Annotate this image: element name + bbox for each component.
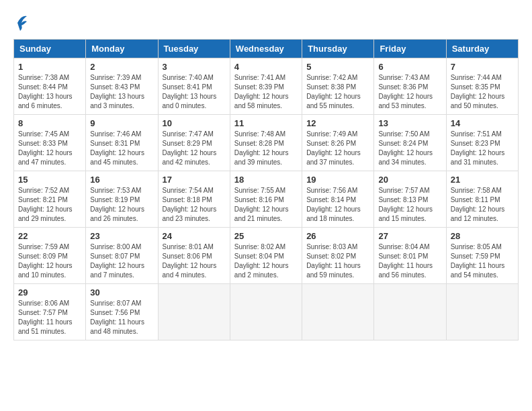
day-info: Sunrise: 7:38 AM Sunset: 8:44 PM Dayligh… — [18, 73, 81, 111]
logo — [13, 13, 28, 32]
day-number: 26 — [306, 231, 369, 241]
calendar-day-cell: 17Sunrise: 7:54 AM Sunset: 8:18 PM Dayli… — [158, 171, 230, 228]
day-info: Sunrise: 7:47 AM Sunset: 8:29 PM Dayligh… — [163, 130, 226, 167]
day-info: Sunrise: 8:02 AM Sunset: 8:04 PM Dayligh… — [234, 242, 298, 280]
calendar-day-cell: 9Sunrise: 7:46 AM Sunset: 8:31 PM Daylig… — [86, 115, 158, 171]
calendar-day-cell — [374, 284, 446, 340]
calendar-day-cell: 19Sunrise: 7:56 AM Sunset: 8:14 PM Dayli… — [302, 171, 374, 228]
logo-bird-icon — [15, 13, 28, 32]
calendar-week-row: 29Sunrise: 8:06 AM Sunset: 7:57 PM Dayli… — [14, 284, 519, 340]
calendar-day-cell: 11Sunrise: 7:48 AM Sunset: 8:28 PM Dayli… — [230, 115, 302, 171]
day-number: 9 — [90, 118, 153, 128]
day-number: 4 — [234, 62, 298, 72]
page-header — [13, 13, 519, 32]
day-number: 5 — [306, 62, 369, 72]
day-number: 7 — [451, 62, 514, 72]
day-number: 12 — [306, 118, 369, 128]
calendar-day-cell: 28Sunrise: 8:05 AM Sunset: 7:59 PM Dayli… — [446, 228, 518, 284]
day-info: Sunrise: 7:58 AM Sunset: 8:11 PM Dayligh… — [451, 186, 514, 224]
day-info: Sunrise: 7:42 AM Sunset: 8:38 PM Dayligh… — [306, 73, 369, 111]
calendar-day-cell: 22Sunrise: 7:59 AM Sunset: 8:09 PM Dayli… — [14, 228, 86, 284]
calendar-day-cell: 23Sunrise: 8:00 AM Sunset: 8:07 PM Dayli… — [86, 228, 158, 284]
day-info: Sunrise: 7:45 AM Sunset: 8:33 PM Dayligh… — [18, 130, 81, 167]
calendar-day-cell: 21Sunrise: 7:58 AM Sunset: 8:11 PM Dayli… — [446, 171, 518, 228]
day-info: Sunrise: 7:59 AM Sunset: 8:09 PM Dayligh… — [18, 242, 81, 280]
day-number: 1 — [18, 62, 81, 72]
calendar-day-cell: 5Sunrise: 7:42 AM Sunset: 8:38 PM Daylig… — [302, 58, 374, 115]
day-number: 25 — [234, 231, 298, 241]
day-number: 21 — [451, 175, 514, 185]
calendar-day-cell: 8Sunrise: 7:45 AM Sunset: 8:33 PM Daylig… — [14, 115, 86, 171]
day-number: 16 — [90, 175, 153, 185]
day-number: 22 — [18, 231, 81, 241]
calendar-day-cell: 13Sunrise: 7:50 AM Sunset: 8:24 PM Dayli… — [374, 115, 446, 171]
calendar-week-row: 8Sunrise: 7:45 AM Sunset: 8:33 PM Daylig… — [14, 115, 519, 171]
day-info: Sunrise: 8:00 AM Sunset: 8:07 PM Dayligh… — [90, 242, 153, 280]
day-number: 27 — [378, 231, 441, 241]
day-info: Sunrise: 7:56 AM Sunset: 8:14 PM Dayligh… — [306, 186, 369, 224]
day-info: Sunrise: 8:05 AM Sunset: 7:59 PM Dayligh… — [451, 242, 514, 280]
day-number: 28 — [451, 231, 514, 241]
day-info: Sunrise: 8:04 AM Sunset: 8:01 PM Dayligh… — [378, 242, 441, 280]
day-info: Sunrise: 8:03 AM Sunset: 8:02 PM Dayligh… — [306, 242, 369, 280]
day-info: Sunrise: 8:07 AM Sunset: 7:56 PM Dayligh… — [90, 299, 153, 336]
day-info: Sunrise: 7:53 AM Sunset: 8:19 PM Dayligh… — [90, 186, 153, 224]
calendar-day-cell — [302, 284, 374, 340]
calendar-day-header: Wednesday — [230, 40, 302, 58]
calendar-day-cell: 14Sunrise: 7:51 AM Sunset: 8:23 PM Dayli… — [446, 115, 518, 171]
day-number: 20 — [378, 175, 441, 185]
calendar-day-cell: 12Sunrise: 7:49 AM Sunset: 8:26 PM Dayli… — [302, 115, 374, 171]
calendar-day-cell: 18Sunrise: 7:55 AM Sunset: 8:16 PM Dayli… — [230, 171, 302, 228]
day-number: 29 — [18, 287, 81, 298]
calendar-day-cell — [230, 284, 302, 340]
calendar-day-cell: 25Sunrise: 8:02 AM Sunset: 8:04 PM Dayli… — [230, 228, 302, 284]
day-number: 11 — [234, 118, 298, 128]
calendar-day-cell: 27Sunrise: 8:04 AM Sunset: 8:01 PM Dayli… — [374, 228, 446, 284]
calendar-header-row: SundayMondayTuesdayWednesdayThursdayFrid… — [14, 40, 519, 58]
calendar-day-header: Monday — [86, 40, 158, 58]
day-info: Sunrise: 7:51 AM Sunset: 8:23 PM Dayligh… — [451, 130, 514, 167]
day-number: 6 — [378, 62, 441, 72]
calendar-day-cell: 10Sunrise: 7:47 AM Sunset: 8:29 PM Dayli… — [158, 115, 230, 171]
day-info: Sunrise: 7:44 AM Sunset: 8:35 PM Dayligh… — [451, 73, 514, 111]
calendar-day-cell: 4Sunrise: 7:41 AM Sunset: 8:39 PM Daylig… — [230, 58, 302, 115]
day-number: 14 — [451, 118, 514, 128]
calendar-day-cell: 29Sunrise: 8:06 AM Sunset: 7:57 PM Dayli… — [14, 284, 86, 340]
day-info: Sunrise: 7:43 AM Sunset: 8:36 PM Dayligh… — [378, 73, 441, 111]
calendar-table: SundayMondayTuesdayWednesdayThursdayFrid… — [13, 39, 519, 340]
day-number: 10 — [163, 118, 226, 128]
day-info: Sunrise: 7:54 AM Sunset: 8:18 PM Dayligh… — [163, 186, 226, 224]
day-info: Sunrise: 7:39 AM Sunset: 8:43 PM Dayligh… — [90, 73, 153, 111]
calendar-day-cell: 15Sunrise: 7:52 AM Sunset: 8:21 PM Dayli… — [14, 171, 86, 228]
day-number: 30 — [90, 287, 153, 298]
calendar-day-cell: 30Sunrise: 8:07 AM Sunset: 7:56 PM Dayli… — [86, 284, 158, 340]
calendar-week-row: 1Sunrise: 7:38 AM Sunset: 8:44 PM Daylig… — [14, 58, 519, 115]
calendar-day-header: Thursday — [302, 40, 374, 58]
calendar-week-row: 22Sunrise: 7:59 AM Sunset: 8:09 PM Dayli… — [14, 228, 519, 284]
day-number: 8 — [18, 118, 81, 128]
day-number: 18 — [234, 175, 298, 185]
calendar-day-cell: 6Sunrise: 7:43 AM Sunset: 8:36 PM Daylig… — [374, 58, 446, 115]
calendar-day-cell — [446, 284, 518, 340]
day-info: Sunrise: 7:52 AM Sunset: 8:21 PM Dayligh… — [18, 186, 81, 224]
day-number: 23 — [90, 231, 153, 241]
calendar-day-cell: 26Sunrise: 8:03 AM Sunset: 8:02 PM Dayli… — [302, 228, 374, 284]
calendar-day-cell: 20Sunrise: 7:57 AM Sunset: 8:13 PM Dayli… — [374, 171, 446, 228]
calendar-day-header: Tuesday — [158, 40, 230, 58]
calendar-day-cell: 3Sunrise: 7:40 AM Sunset: 8:41 PM Daylig… — [158, 58, 230, 115]
calendar-day-cell: 7Sunrise: 7:44 AM Sunset: 8:35 PM Daylig… — [446, 58, 518, 115]
calendar-day-cell: 24Sunrise: 8:01 AM Sunset: 8:06 PM Dayli… — [158, 228, 230, 284]
calendar-day-header: Saturday — [446, 40, 518, 58]
day-info: Sunrise: 7:40 AM Sunset: 8:41 PM Dayligh… — [163, 73, 226, 111]
day-number: 3 — [163, 62, 226, 72]
day-info: Sunrise: 7:50 AM Sunset: 8:24 PM Dayligh… — [378, 130, 441, 167]
day-info: Sunrise: 7:41 AM Sunset: 8:39 PM Dayligh… — [234, 73, 298, 111]
day-info: Sunrise: 8:06 AM Sunset: 7:57 PM Dayligh… — [18, 299, 81, 336]
day-info: Sunrise: 7:49 AM Sunset: 8:26 PM Dayligh… — [306, 130, 369, 167]
calendar-day-cell: 1Sunrise: 7:38 AM Sunset: 8:44 PM Daylig… — [14, 58, 86, 115]
day-info: Sunrise: 7:46 AM Sunset: 8:31 PM Dayligh… — [90, 130, 153, 167]
day-info: Sunrise: 7:55 AM Sunset: 8:16 PM Dayligh… — [234, 186, 298, 224]
calendar-day-cell — [158, 284, 230, 340]
day-info: Sunrise: 7:48 AM Sunset: 8:28 PM Dayligh… — [234, 130, 298, 167]
calendar-week-row: 15Sunrise: 7:52 AM Sunset: 8:21 PM Dayli… — [14, 171, 519, 228]
